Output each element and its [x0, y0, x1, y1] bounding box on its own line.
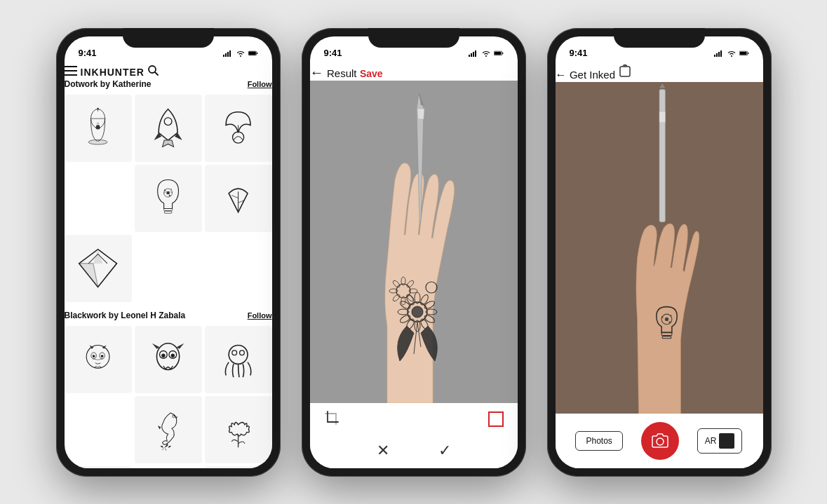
phone-1: 9:41 INKHUNTER	[56, 28, 281, 477]
svg-point-42	[240, 350, 245, 355]
section-header-blackwork: Blackwork by Leonel H Zabala Follow	[65, 311, 272, 320]
phone-2: 9:41 ← Result Save	[302, 28, 526, 477]
svg-line-12	[155, 72, 158, 75]
back-btn-3[interactable]: ←	[556, 69, 567, 81]
tattoo-rose-dome[interactable]	[65, 95, 132, 162]
svg-rect-91	[720, 50, 722, 57]
bottom-actions-2: ✕ ✓	[310, 436, 518, 468]
battery-icon	[248, 48, 258, 58]
crop-icon[interactable]	[324, 410, 339, 429]
back-btn-2[interactable]: ←	[310, 64, 324, 80]
time-1: 9:41	[79, 48, 97, 58]
tattoo-leaves-wreath[interactable]	[205, 466, 272, 468]
tattoo-flower-moon[interactable]	[205, 95, 272, 162]
svg-rect-100	[659, 111, 665, 123]
phones-container: 9:41 INKHUNTER	[42, 14, 786, 491]
svg-rect-1	[225, 53, 227, 57]
wifi-icon	[236, 48, 246, 58]
svg-point-4	[240, 55, 241, 57]
wifi-icon-3	[727, 48, 737, 58]
section-title-blackwork: Blackwork by Leonel H Zabala	[65, 311, 186, 320]
svg-point-18	[164, 118, 172, 125]
svg-point-33	[93, 355, 95, 357]
tattoo-rose-small[interactable]	[205, 396, 272, 463]
camera-capture-btn[interactable]	[641, 422, 679, 460]
svg-point-34	[101, 355, 104, 357]
tattoo-space-bulb[interactable]	[135, 165, 202, 232]
section-header-dotwork: Dotwork by Katherine Follow	[65, 79, 272, 89]
tattoo-skull-knight[interactable]	[135, 326, 202, 393]
battery-icon-2	[494, 48, 504, 58]
tattoo-raptor[interactable]	[135, 396, 202, 463]
tattoo-jellyfish[interactable]	[65, 466, 132, 468]
share-icon[interactable]	[618, 66, 632, 81]
result-title: Result	[327, 67, 357, 79]
nav-header-3: ← Get Inked	[556, 64, 763, 82]
svg-point-39	[171, 353, 175, 357]
screen-2: 9:41 ← Result Save	[310, 36, 518, 468]
notch-1	[123, 28, 214, 48]
signal-icon	[223, 48, 233, 58]
svg-rect-55	[473, 52, 474, 57]
confirm-btn[interactable]: ✓	[438, 442, 451, 460]
hand-tattoo-result	[310, 81, 518, 403]
photo-bottom-bar	[310, 403, 518, 436]
ar-color-swatch[interactable]	[719, 433, 734, 449]
phone-3: 9:41 ← Get Inked	[547, 28, 772, 477]
svg-point-38	[161, 353, 165, 357]
svg-rect-53	[469, 55, 470, 57]
section-title-dotwork: Dotwork by Katherine	[65, 79, 152, 89]
tattoo-grid-dotwork	[65, 95, 272, 302]
svg-rect-3	[229, 50, 231, 57]
svg-rect-54	[471, 53, 472, 57]
tattoo-mountain-diamond[interactable]	[65, 235, 132, 302]
svg-point-26	[170, 189, 171, 189]
svg-point-105	[661, 316, 663, 318]
svg-point-19	[232, 132, 243, 143]
search-icon[interactable]	[147, 64, 159, 79]
svg-point-13	[88, 139, 107, 144]
signal-icon-2	[469, 48, 478, 58]
tattoo-octopus[interactable]	[205, 326, 272, 393]
svg-point-41	[232, 350, 237, 355]
app-title: INKHUNTER	[81, 67, 144, 78]
tattoo-leaves[interactable]	[205, 165, 272, 232]
svg-rect-7	[256, 52, 257, 53]
svg-point-17	[97, 108, 99, 110]
save-btn[interactable]: Save	[360, 68, 383, 79]
cancel-btn[interactable]: ✕	[377, 442, 389, 460]
svg-point-63	[412, 306, 423, 318]
camera-bottom: Photos AR	[556, 414, 763, 468]
gallery-scroll[interactable]: Dotwork by Katherine Follow	[65, 79, 272, 468]
follow-btn-blackwork[interactable]: Follow	[248, 311, 272, 320]
menu-icon[interactable]	[65, 64, 81, 79]
svg-point-92	[731, 55, 732, 57]
camera-area	[556, 82, 763, 414]
svg-rect-95	[747, 52, 748, 53]
ar-btn[interactable]: AR	[697, 428, 743, 454]
svg-rect-8	[65, 66, 77, 67]
svg-point-25	[164, 189, 166, 191]
status-icons-3	[714, 48, 749, 58]
photos-btn[interactable]: Photos	[575, 431, 622, 451]
tattoo-demon[interactable]	[65, 326, 132, 393]
svg-rect-56	[475, 50, 476, 57]
signal-icon-3	[714, 48, 724, 58]
follow-btn-dotwork[interactable]: Follow	[248, 80, 272, 88]
tattoo-selector[interactable]	[488, 411, 504, 427]
battery-icon-3	[739, 48, 749, 58]
photo-area	[310, 81, 518, 403]
svg-rect-88	[714, 55, 715, 57]
svg-rect-0	[223, 55, 224, 57]
ar-label: AR	[705, 436, 717, 446]
svg-rect-10	[65, 74, 77, 76]
ar-camera-view	[556, 82, 763, 414]
time-2: 9:41	[324, 48, 342, 58]
svg-point-107	[668, 321, 671, 323]
svg-point-30	[86, 345, 109, 368]
svg-rect-6	[248, 51, 255, 54]
tattoo-rocket[interactable]	[135, 95, 202, 162]
time-3: 9:41	[570, 48, 588, 58]
nav-header-2: ← Result Save	[310, 64, 518, 81]
svg-point-40	[229, 345, 248, 364]
